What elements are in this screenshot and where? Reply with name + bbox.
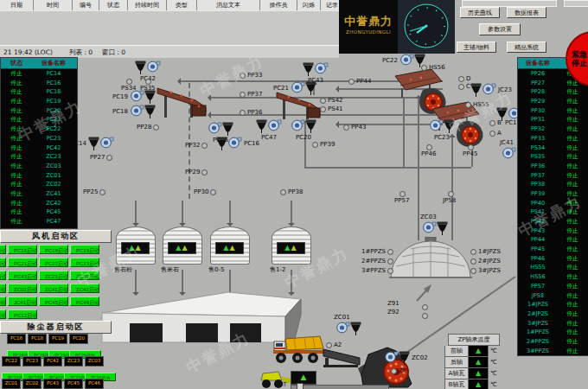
fan-start-button[interactable]: ZC23启动	[39, 271, 68, 280]
tag-dot	[201, 169, 208, 175]
device-status: 停止	[558, 189, 587, 199]
machine-unit[interactable]: ZC03	[422, 221, 448, 236]
fan-icon	[399, 54, 414, 66]
silo-label: 售0-5	[208, 265, 224, 274]
premium-system-button[interactable]: 精品系统	[507, 41, 546, 53]
machine-unit[interactable]: ZC01	[336, 322, 361, 336]
machine-unit[interactable]: PC42	[135, 61, 161, 75]
device-status: 停止	[1, 171, 32, 181]
machine-unit[interactable]: PC18	[130, 105, 156, 119]
machine-unit[interactable]: JC41	[502, 147, 516, 159]
fan-start-button[interactable]: PC16启动	[8, 245, 37, 254]
data-report-button[interactable]: 数据报表	[507, 7, 546, 18]
machine-unit[interactable]: PC16	[216, 137, 242, 151]
tag-group: PP27	[90, 154, 112, 161]
machine-unit[interactable]: PC19	[130, 90, 156, 105]
machine-label: PC20	[287, 134, 320, 141]
param-settings-button[interactable]: 参数设置	[479, 23, 521, 35]
device-status-row: PP33停止	[518, 134, 588, 143]
fan-start-button[interactable]: PC20启动	[0, 258, 6, 267]
dump-truck-icon	[272, 334, 329, 370]
machine-unit[interactable]: PC43	[303, 62, 329, 77]
fan-start-button[interactable]: PC14启动	[0, 245, 6, 254]
tag-group: HS55	[465, 101, 489, 108]
temp-row: B轴瓦▲℃	[444, 379, 501, 389]
machine-unit[interactable]: JC23	[470, 83, 496, 98]
device-name: JP58	[518, 291, 558, 301]
fan-start-button[interactable]: PC19启动	[70, 245, 99, 254]
fan-start-button[interactable]: ZC02启动	[8, 284, 37, 293]
machine-label: PC16	[244, 140, 259, 147]
tag-label: ZP	[399, 367, 406, 374]
fan-start-button[interactable]: PC46启动	[70, 297, 99, 306]
alarm-list-area[interactable]	[0, 11, 339, 46]
device-status-row: 停止PC18	[1, 87, 77, 97]
temp-level-lamp: ▲	[469, 357, 489, 368]
fan-start-button[interactable]: ZC03启动	[70, 271, 99, 280]
device-name: PC47	[32, 217, 75, 226]
device-status-row: PP45停止	[518, 245, 588, 254]
fan-start-button[interactable]: PC47启动	[0, 309, 6, 319]
silo: ▲▲	[210, 226, 250, 265]
device-status-row: 2#PPZS停止	[518, 337, 588, 347]
fan-start-button[interactable]: JC41启动	[8, 297, 37, 306]
hopper-icon	[305, 119, 316, 134]
window-control-bar[interactable]	[564, 0, 588, 7]
history-curve-button[interactable]: 历史曲线	[460, 7, 500, 18]
pmt-slider[interactable]	[291, 385, 389, 389]
fan-start-button[interactable]: ZC42启动	[70, 284, 99, 293]
device-status-row: HS55停止	[518, 263, 588, 272]
fan-start-button[interactable]: PC22启动	[39, 258, 68, 267]
device-status: 停止	[1, 79, 32, 88]
dust-device-label: PC45	[64, 379, 83, 389]
machine-unit[interactable]: PC21	[291, 81, 316, 96]
alarm-column-header: 持续时间	[128, 0, 167, 10]
tag-label: PP33	[247, 72, 262, 79]
machine-unit[interactable]: PC20	[291, 119, 316, 134]
device-name: PP57	[518, 282, 558, 291]
device-status-row: 停止ZC23	[1, 152, 77, 162]
device-name: PP44	[518, 235, 558, 245]
fan-start-button[interactable]: PC18启动	[39, 245, 68, 254]
fan-icon	[429, 119, 444, 131]
tag-group: PP46	[421, 144, 436, 157]
fan-start-button[interactable]: PC45启动	[39, 297, 68, 306]
machine-unit[interactable]: PC46	[208, 122, 233, 137]
fan-start-button[interactable]: ZC01启动	[0, 284, 6, 293]
temp-unit: ℃	[489, 368, 501, 379]
temp-row-label: A轴瓦	[444, 368, 469, 379]
fan-start-button[interactable]: ZC41启动	[39, 284, 68, 293]
device-name: 1#PPZS	[518, 328, 558, 337]
machine-unit[interactable]: PC14	[88, 137, 114, 151]
fan-start-button[interactable]: PC12启动	[8, 309, 37, 319]
fan-start-button[interactable]: PC43启动	[8, 271, 37, 280]
fan-icon	[482, 83, 496, 95]
dust-device-label: PC22	[2, 356, 21, 367]
device-name: PP29	[518, 97, 558, 106]
tag-dot	[145, 79, 151, 85]
main-aux-material-button[interactable]: 主辅/物料	[457, 41, 496, 53]
machine-unit[interactable]: PC47	[256, 119, 282, 134]
device-status: 停止	[558, 347, 587, 356]
dome-storage[interactable]	[387, 237, 474, 278]
crusher-icon[interactable]	[156, 83, 209, 121]
fan-start-button[interactable]: JC23启动	[0, 297, 6, 306]
device-status: 停止	[558, 97, 587, 106]
window-control-bar[interactable]	[462, 0, 557, 7]
fan-start-button[interactable]: PC21启动	[8, 258, 37, 267]
fan-start-button[interactable]: PC23启动	[70, 258, 99, 267]
tag-group: JP58	[443, 191, 456, 204]
fan-icon	[291, 81, 305, 93]
fan-start-button[interactable]: PC42启动	[0, 271, 6, 280]
machine-unit[interactable]: ZC02	[384, 351, 410, 366]
tag-label: C	[466, 83, 470, 90]
machine-unit[interactable]: PC23	[429, 119, 455, 134]
feeder-icon[interactable]	[322, 348, 361, 372]
machine-label: PC19	[112, 93, 128, 100]
device-status: 停止	[558, 171, 587, 181]
alarm-column-header: 时间	[34, 0, 73, 10]
tag-dot	[326, 342, 332, 348]
tag-dot	[126, 79, 132, 85]
fan-icon	[146, 61, 161, 73]
tag-label: HS55	[473, 101, 489, 108]
